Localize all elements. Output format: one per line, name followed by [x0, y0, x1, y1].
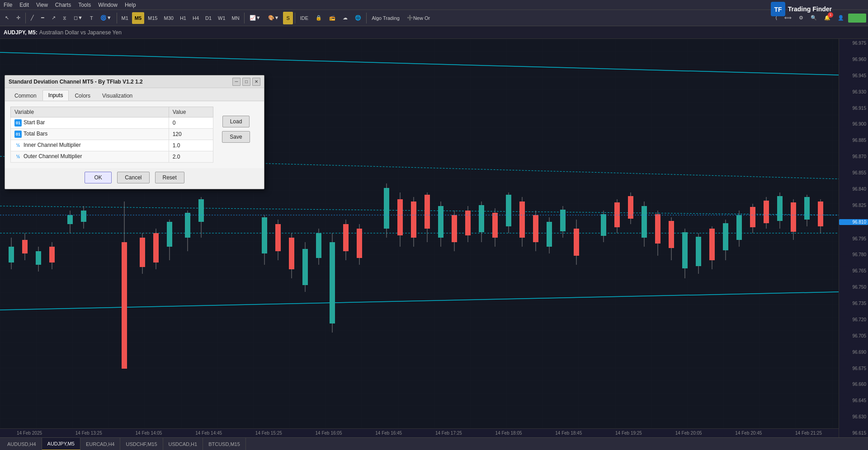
menu-view[interactable]: View [36, 2, 48, 8]
dialog-bottom-row: OK Cancel Reset [5, 168, 264, 189]
dialog-maximize-btn[interactable]: □ [242, 78, 250, 86]
time-label-2: 14 Feb 14:05 [135, 431, 162, 436]
menu-charts[interactable]: Charts [55, 2, 71, 8]
table-row[interactable]: 01Total Bars120 [11, 129, 213, 140]
signal-btn[interactable]: S [283, 12, 292, 24]
tab-inputs[interactable]: Inputs [42, 90, 69, 101]
candle [669, 221, 674, 248]
text-tool[interactable]: T [87, 12, 96, 24]
time-label-9: 14 Feb 18:45 [555, 431, 582, 436]
price-96780: 96.780 [839, 252, 868, 257]
candle [479, 205, 484, 232]
price-96720: 96.720 [839, 317, 868, 322]
symbol-bar: AUDJPY, M5: Australian Dollar vs Japanes… [0, 26, 868, 39]
menu-file[interactable]: File [4, 2, 12, 8]
menu-bar: File Edit View Charts Tools Window Help [0, 0, 868, 10]
lock-btn[interactable]: 🔒 [312, 12, 325, 24]
user-btn[interactable]: 👤 [835, 12, 847, 24]
crosshair-tool[interactable]: ✛ [13, 12, 24, 24]
tab-item-usdcadh1[interactable]: USDCAD,H1 [163, 438, 203, 450]
trend-tool[interactable]: ↗ [48, 12, 59, 24]
save-button[interactable]: Save [222, 131, 250, 143]
dialog-title-bar: Standard Deviation Channel MT5 - By TFla… [5, 75, 264, 88]
price-96675: 96.675 [839, 366, 868, 371]
col-variable-header: Variable [11, 107, 169, 117]
table-row[interactable]: 01Start Bar0 [11, 117, 213, 129]
tf-d1[interactable]: D1 [203, 12, 214, 24]
candle [275, 224, 281, 251]
chart-style-btn[interactable]: 🎨▼ [265, 12, 283, 24]
menu-edit[interactable]: Edit [19, 2, 29, 8]
fibonacci-tool[interactable]: 🌀▼ [97, 12, 115, 24]
radio-btn[interactable]: 📻 [326, 12, 339, 24]
tf-m1[interactable]: M1 [119, 12, 131, 24]
tf-w1[interactable]: W1 [215, 12, 228, 24]
tf-h1[interactable]: H1 [177, 12, 189, 24]
candle [185, 213, 190, 238]
price-96795: 96.795 [839, 236, 868, 241]
tab-item-usdchfm15[interactable]: USDCHF,M15 [120, 438, 163, 450]
menu-window[interactable]: Window [98, 2, 118, 8]
dialog-close-btn[interactable]: ✕ [252, 78, 260, 86]
menu-help[interactable]: Help [125, 2, 136, 8]
tab-item-btcusdm15[interactable]: BTCUSD,M15 [203, 438, 246, 450]
new-order-btn[interactable]: ➕ New Or [404, 12, 433, 24]
candle [655, 214, 660, 244]
price-96945: 96.945 [839, 73, 868, 78]
tab-item-audusdh4[interactable]: AUDUSD,H4 [2, 438, 42, 450]
reset-button[interactable]: Reset [155, 172, 184, 183]
candle [167, 222, 172, 247]
tf-m30[interactable]: M30 [161, 12, 176, 24]
candle [316, 233, 321, 258]
shapes-tool[interactable]: ◻▼ [71, 12, 86, 24]
tab-item-eurcadh4[interactable]: EURCAD,H4 [80, 438, 121, 450]
candle [289, 238, 294, 269]
tab-colors[interactable]: Colors [69, 90, 96, 101]
tf-m15[interactable]: M15 [145, 12, 160, 24]
candle [574, 229, 579, 256]
market-btn[interactable]: 🌐 [352, 12, 364, 24]
tab-visualization[interactable]: Visualization [96, 90, 138, 101]
notification-btn[interactable]: 🔔1 [821, 12, 834, 24]
tf-mn[interactable]: MN [229, 12, 242, 24]
dialog-minimize-btn[interactable]: ─ [232, 78, 241, 86]
candle [81, 211, 86, 222]
candle [425, 195, 430, 229]
load-button[interactable]: Load [222, 116, 250, 127]
time-label-7: 14 Feb 17:25 [435, 431, 462, 436]
menu-tools[interactable]: Tools [78, 2, 91, 8]
tf-m5[interactable]: M5 [132, 12, 144, 24]
variable-name: Outer Channel Multiplier [24, 153, 82, 159]
ide-btn[interactable]: IDE [297, 12, 311, 24]
table-row[interactable]: ½Inner Channel Multiplier1.0 [11, 140, 213, 151]
candle [519, 202, 525, 238]
cloud-btn[interactable]: ☁ [340, 12, 351, 24]
candle [343, 224, 349, 251]
algo-trading-btn[interactable]: Algo Trading [368, 12, 403, 24]
table-row[interactable]: ½Outer Channel Multiplier2.0 [11, 151, 213, 163]
candle [642, 206, 647, 238]
tab-bar: AUDUSD,H4AUDJPY,M5EURCAD,H4USDCHF,M15USD… [0, 437, 868, 450]
chart-type-btn[interactable]: 📈▼ [246, 12, 264, 24]
tf-h4[interactable]: H4 [190, 12, 202, 24]
price-96735: 96.735 [839, 301, 868, 306]
var-icon: 01 [14, 119, 22, 127]
channel-tool[interactable]: ⧖ [60, 12, 70, 24]
tab-common[interactable]: Common [9, 90, 42, 101]
price-axis: 96.975 96.960 96.945 96.930 96.915 96.90… [839, 39, 868, 437]
tf-logo-icon: TF [771, 2, 785, 16]
candle [723, 223, 728, 250]
variable-value: 1.0 [169, 140, 213, 151]
price-96855: 96.855 [839, 170, 868, 175]
candle [804, 197, 810, 220]
cancel-button[interactable]: Cancel [117, 172, 149, 183]
candle [198, 199, 204, 222]
line-tool[interactable]: ╱ [28, 12, 37, 24]
toolbar-separator-4 [295, 13, 295, 23]
hline-tool[interactable]: ━ [38, 12, 47, 24]
chart-container: 96.975 96.960 96.945 96.930 96.915 96.90… [0, 39, 868, 437]
price-96840: 96.840 [839, 187, 868, 192]
ok-button[interactable]: OK [85, 172, 112, 183]
tab-item-audjpym5[interactable]: AUDJPY,M5 [42, 438, 80, 450]
cursor-tool[interactable]: ↖ [2, 12, 12, 24]
